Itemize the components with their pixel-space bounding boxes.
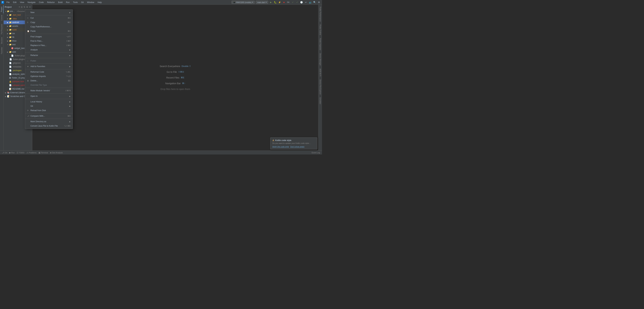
todo-bottom-label: TODO [19, 152, 24, 154]
menu-item-mark-directory[interactable]: Mark Directory as ▶ [25, 119, 73, 124]
menu-refactor[interactable]: Refactor [46, 1, 56, 4]
device-selector[interactable]: 📱 RMX3265 (mobile) ▾ [232, 1, 255, 4]
git-check2[interactable]: ✓ [296, 1, 299, 4]
menu-local-history-label: Local History [30, 100, 69, 103]
sidebar-tab-favorites[interactable]: Favorites [0, 46, 3, 55]
device-mirror[interactable]: 📺 [308, 1, 312, 4]
analyze-arrow: ▶ [69, 49, 71, 51]
event-log-label: Event Log [312, 152, 320, 154]
menu-item-convert-java[interactable]: Convert Java File to Kotlin File ⌥⇧⌘K [25, 124, 73, 128]
bottom-run[interactable]: ▶ Run [8, 151, 15, 154]
menu-refactor-label: Refactor [30, 54, 69, 56]
menu-item-open-in[interactable]: Open In ▶ [25, 94, 73, 98]
debug-button[interactable]: 🐛 [274, 1, 277, 4]
menu-item-reload-from-disk[interactable]: ⟳ Reload from Disk [25, 108, 73, 113]
menu-window[interactable]: Window [86, 1, 95, 4]
menu-help[interactable]: Help [96, 1, 103, 4]
menu-tools[interactable]: Tools [72, 1, 79, 4]
menu-item-delete[interactable]: 🗑 Delete... ⌦ [25, 78, 73, 83]
menu-code[interactable]: Code [38, 1, 45, 4]
right-tab-device-file-explorer[interactable]: Device File Explorer [319, 78, 322, 96]
build-button[interactable]: ⚡ [278, 1, 281, 4]
bottom-todo[interactable]: ☑ TODO [16, 151, 25, 154]
menu-item-local-history[interactable]: Local History ▶ [25, 99, 73, 104]
menu-item-git[interactable]: Git ▶ [25, 104, 73, 108]
git-check1[interactable]: ✓ [291, 1, 294, 4]
search-everywhere-icon[interactable]: 🔍 [313, 1, 316, 4]
menu-item-optimize-imports[interactable]: Optimize Imports ^⌥O [25, 74, 73, 78]
right-sidebar-tabs: Flutter Performance Flutter Outline Flut… [318, 5, 322, 150]
sidebar-tab-project[interactable]: Project [0, 5, 4, 13]
menu-item-copy-path[interactable]: Copy Path/Reference... [25, 24, 73, 29]
cut-icon: ✂ [27, 17, 30, 19]
menu-replace-label: Replace in Files... [30, 44, 63, 46]
menu-item-add-to-favorites[interactable]: ★ Add to Favorites ▶ [25, 64, 73, 69]
sidebar-tab-structure[interactable]: Structure [0, 36, 3, 45]
undo-button[interactable]: ↩ [304, 1, 308, 4]
git-clock[interactable]: 🕐 [300, 1, 303, 4]
menu-item-new[interactable]: New ▶ [25, 10, 73, 15]
right-tab-emulator[interactable]: Emulator [319, 96, 322, 106]
cut-shortcut: ⌘X [68, 17, 71, 19]
run-button[interactable]: ▶ [269, 1, 272, 4]
compare-icon: ⎇ [27, 115, 30, 117]
menu-optimize-label: Optimize Imports [30, 75, 64, 77]
bottom-event-log[interactable]: Event Log [311, 151, 321, 154]
menu-item-cut[interactable]: ✂ Cut ⌘X [25, 16, 73, 20]
menu-item-make-module[interactable]: Make Module 'erestro' ⇧⌘F9 [25, 88, 73, 93]
menu-navigate[interactable]: Navigate [26, 1, 36, 4]
menu-item-find-in-files[interactable]: Find in Files... ⇧⌘F [25, 39, 73, 43]
menu-git[interactable]: Git [80, 1, 84, 4]
menu-item-replace-in-files[interactable]: Replace in Files... ⇧⌘R [25, 43, 73, 47]
menu-item-analyze[interactable]: Analyze ▶ [25, 47, 73, 52]
packages-name: .packages [12, 69, 22, 72]
lib-name: lib [12, 36, 14, 38]
menu-item-reformat[interactable]: Reformat Code ⌥⌘L [25, 70, 73, 74]
run-bottom-label: Run [11, 152, 15, 154]
menu-file[interactable]: File [6, 1, 10, 4]
right-tab-device-manager[interactable]: Device Manager [319, 52, 322, 67]
bottom-terminal[interactable]: ▦ Terminal [38, 151, 48, 154]
menu-find-in-files-label: Find in Files... [30, 40, 64, 42]
close-panel-icon[interactable]: ✕ [29, 5, 31, 8]
right-tab-adb-wifi[interactable]: ADB Wi-Fi [319, 67, 322, 78]
project-dropdown-icon[interactable]: ▾ [19, 6, 20, 8]
bottom-dart-analysis[interactable]: ◈ Dart Analysis [49, 151, 64, 154]
bottom-git[interactable]: ⎇ Git [1, 151, 8, 154]
menu-item-refactor[interactable]: Refactor ▶ [25, 53, 73, 57]
settings-gear-icon[interactable]: ⚙ [26, 5, 28, 8]
notification-apply-link[interactable]: Apply the code style [272, 146, 289, 148]
right-tab-flutter-perf[interactable]: Flutter Performance [319, 5, 322, 23]
terminal-bottom-icon: ▦ [38, 151, 40, 154]
pubspec-yaml-icon: 📄 [9, 84, 12, 86]
menu-item-find-usages[interactable]: Find Usages ⌥F7 [25, 34, 73, 39]
external-libs-name: External Libraries [10, 91, 26, 94]
right-tab-flutter-outline[interactable]: Flutter Outline [319, 23, 322, 36]
branch-selector[interactable]: main.dart ▾ [256, 1, 268, 4]
sidebar-tab-pull-requests[interactable]: Pull Requests [0, 22, 3, 36]
menu-run[interactable]: Run [65, 1, 71, 4]
sidebar-tab-commit[interactable]: Commit [0, 14, 3, 22]
expand-icon[interactable]: ⇅ [23, 5, 26, 8]
menu-view[interactable]: View [19, 1, 25, 4]
menu-cut-label: Cut [30, 17, 65, 19]
new-arrow: ▶ [69, 11, 71, 13]
android-arrow: ▶ [7, 21, 9, 23]
menu-item-copy[interactable]: ⎘ Copy ⌘C [25, 20, 73, 24]
right-tab-flutter-inspector[interactable]: Flutter Inspector [319, 37, 322, 52]
top-bar-right: 📱 RMX3265 (mobile) ▾ main.dart ▾ ▶ 🐛 ⚡ ■… [232, 1, 321, 4]
main-layout: Project Commit Pull Requests Structure F… [0, 5, 322, 150]
menu-item-compare-with[interactable]: ⎇ Compare With... ⌘D [25, 114, 73, 118]
collapse-all-icon[interactable]: ⊟ [20, 5, 23, 8]
bottom-problems[interactable]: ⚠ Problems [26, 151, 37, 154]
menu-build[interactable]: Build [57, 1, 64, 4]
settings-icon[interactable]: ⚙ [317, 1, 321, 4]
menu-separator-4 [25, 58, 73, 58]
menu-item-paste[interactable]: 📋 Paste ⌘V [25, 29, 73, 33]
stop-button[interactable]: ■ [282, 1, 286, 4]
menu-make-module-label: Make Module 'erestro' [30, 89, 62, 92]
notification-dismiss-link[interactable]: Don't show again [290, 146, 304, 148]
idea-name: .idea [12, 17, 17, 20]
goto-file-label: Go to File [167, 71, 177, 73]
menu-edit[interactable]: Edit [12, 1, 18, 4]
